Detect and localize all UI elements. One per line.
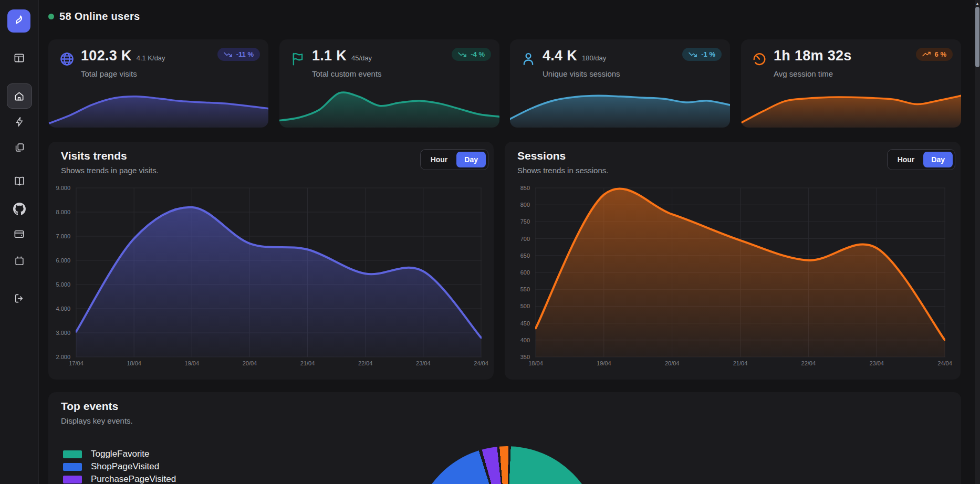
- flag-icon: [290, 51, 306, 69]
- scrollbar-up-arrow[interactable]: ▲: [975, 0, 980, 6]
- wallet-icon: [13, 228, 25, 240]
- x-axis-label: 21/04: [733, 360, 748, 366]
- top-events-pie-chart: [413, 446, 600, 484]
- online-status-dot: [48, 14, 54, 19]
- x-axis-label: 23/04: [416, 360, 431, 366]
- custom-events-sparkline: [279, 86, 499, 128]
- x-axis-label: 20/04: [243, 360, 257, 366]
- y-axis-label: 500: [520, 303, 530, 309]
- panel-title: Sessions: [517, 150, 566, 162]
- session-time-sparkline: [741, 86, 961, 128]
- toggle-hour-button[interactable]: Hour: [890, 152, 923, 167]
- y-axis-label: 850: [520, 185, 530, 191]
- sessions-panel: Sessions Shows trends in sessions. Hour …: [505, 142, 961, 380]
- x-axis-label: 17/04: [69, 360, 84, 366]
- x-axis-label: 22/04: [801, 360, 816, 366]
- legend-item[interactable]: ToggleFavorite: [63, 449, 176, 459]
- scrollbar-thumb[interactable]: [975, 7, 979, 67]
- y-axis-labels: 850800750700650600550500450400350: [511, 187, 535, 357]
- pie-legend: ToggleFavoriteShopPageVisitedPurchasePag…: [63, 449, 176, 484]
- book-icon: [13, 175, 26, 187]
- window-icon: [13, 52, 25, 64]
- trend-badge: 6 %: [916, 48, 953, 61]
- y-axis-label: 600: [520, 269, 530, 276]
- stat-card-avg-session-time: 1h 18m 32s Avg session time 6 %: [741, 39, 961, 128]
- trend-badge-value: 6 %: [935, 50, 946, 58]
- trend-badge-value: -1 %: [701, 50, 715, 58]
- y-axis-label: 450: [520, 320, 530, 327]
- sidebar-item-events[interactable]: [7, 110, 32, 134]
- stat-value: 1.1 K: [312, 48, 347, 64]
- toggle-day-button[interactable]: Day: [456, 152, 486, 167]
- panel-title: Top events: [61, 400, 118, 413]
- x-axis-label: 24/04: [937, 360, 952, 366]
- interval-toggle: Hour Day: [887, 149, 955, 170]
- stat-label: Total custom events: [312, 69, 382, 78]
- legend-swatch: [63, 463, 82, 471]
- stat-per-day: 45/day: [351, 54, 372, 62]
- y-axis-labels: 9.0008.0007.0006.0005.0004.0003.0002.000: [51, 187, 76, 357]
- x-axis-label: 19/04: [185, 360, 200, 366]
- legend-swatch: [63, 476, 82, 483]
- y-axis-label: 3.000: [56, 330, 70, 336]
- sidebar-item-dashboard[interactable]: [7, 46, 32, 70]
- trend-badge: -11 %: [217, 48, 260, 61]
- user-icon: [520, 51, 536, 69]
- sidebar: [0, 0, 39, 484]
- stat-per-day: 4.1 K/day: [137, 54, 165, 62]
- sidebar-item-home[interactable]: [7, 83, 32, 109]
- stat-label: Avg session time: [774, 69, 833, 78]
- legend-item[interactable]: ShopPageVisited: [63, 461, 176, 472]
- y-axis-label: 8.000: [56, 209, 70, 215]
- trend-badge-value: -11 %: [236, 50, 254, 58]
- panel-subtitle: Shows trends in page visits.: [61, 166, 159, 175]
- y-axis-label: 4.000: [56, 306, 70, 312]
- page-visits-sparkline: [48, 86, 268, 128]
- calendar-icon: [14, 255, 25, 267]
- x-axis-label: 18/04: [127, 360, 141, 366]
- home-icon: [13, 90, 25, 102]
- sidebar-item-pages[interactable]: [7, 135, 32, 160]
- x-axis-label: 20/04: [665, 360, 680, 366]
- x-axis-label: 23/04: [869, 360, 884, 366]
- y-axis-label: 750: [520, 218, 530, 225]
- sidebar-item-logout[interactable]: [7, 286, 32, 310]
- sidebar-item-github[interactable]: [7, 197, 32, 221]
- stat-value: 4.4 K: [543, 48, 577, 64]
- toggle-hour-button[interactable]: Hour: [423, 152, 456, 167]
- trend-down-icon: [458, 51, 466, 58]
- stat-card-total-custom-events: 1.1 K 45/day Total custom events -4 %: [279, 39, 499, 128]
- pulse-logo-icon: [12, 13, 26, 29]
- y-axis-label: 700: [520, 236, 530, 242]
- app-logo[interactable]: [7, 9, 30, 33]
- copy-icon: [14, 142, 25, 153]
- trend-badge: -1 %: [682, 48, 722, 61]
- visits-area-chart: [76, 187, 482, 357]
- toggle-day-button[interactable]: Day: [923, 152, 953, 167]
- stat-label: Total page visits: [81, 69, 137, 78]
- sidebar-item-docs[interactable]: [7, 169, 32, 193]
- stat-card-total-page-visits: 102.3 K 4.1 K/day Total page visits -11 …: [48, 39, 268, 128]
- x-axis-label: 22/04: [358, 360, 373, 366]
- sidebar-item-billing[interactable]: [7, 222, 32, 246]
- stat-value: 102.3 K: [81, 48, 132, 64]
- timer-icon: [752, 51, 767, 69]
- stat-card-unique-visits-sessions: 4.4 K 180/day Unique visits sessions -1 …: [510, 39, 730, 128]
- trend-badge: -4 %: [452, 48, 491, 61]
- trend-up-icon: [922, 51, 931, 58]
- logout-icon: [13, 292, 25, 304]
- x-axis-label: 24/04: [474, 360, 488, 366]
- sidebar-item-calendar[interactable]: [7, 249, 32, 273]
- stat-value: 1h 18m 32s: [774, 48, 852, 64]
- interval-toggle: Hour Day: [420, 149, 488, 170]
- x-axis-label: 19/04: [597, 360, 611, 366]
- legend-item[interactable]: PurchasePageVisited: [63, 474, 176, 484]
- scrollbar-track[interactable]: ▲: [975, 0, 980, 484]
- trend-down-icon: [689, 51, 697, 58]
- lightning-icon: [14, 116, 25, 128]
- y-axis-label: 7.000: [56, 233, 70, 239]
- x-axis-labels: 18/0419/0420/0421/0422/0423/0424/04: [535, 360, 945, 370]
- y-axis-label: 6.000: [56, 257, 70, 264]
- legend-swatch: [63, 450, 82, 458]
- y-axis-label: 400: [520, 337, 530, 343]
